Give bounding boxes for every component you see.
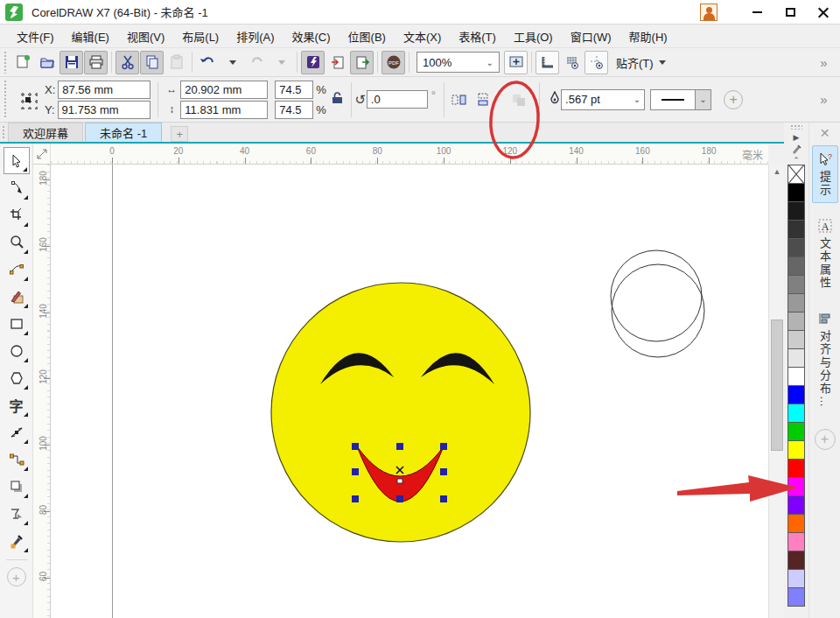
color-swatch-purple[interactable] [788, 495, 805, 515]
outline-width-select[interactable]: .567 pt ⌄ [561, 89, 645, 110]
dimension-tool[interactable] [4, 418, 30, 446]
paste-button[interactable] [164, 51, 188, 74]
color-swatch-20-black[interactable] [788, 330, 805, 349]
docker-close-button[interactable]: ✕ [815, 124, 836, 142]
menu-item-9[interactable]: 工具(O) [506, 25, 561, 48]
minimize-button[interactable] [740, 1, 774, 24]
docker-tab-text-properties[interactable]: A 文本属性 [812, 212, 838, 296]
drawing-canvas[interactable] [51, 165, 768, 618]
x-position-field[interactable]: 87.56 mm [58, 81, 150, 99]
transparency-tool[interactable] [4, 500, 30, 527]
color-swatch-lavender[interactable] [788, 569, 805, 588]
lock-ratio-toggle[interactable] [332, 92, 343, 107]
toolbar-grip[interactable] [4, 51, 8, 74]
tab-welcome-screen[interactable]: 欢迎屏幕 [8, 123, 83, 142]
color-swatch-30-black[interactable] [788, 312, 805, 331]
palette-flyout-button[interactable]: ▶ [794, 131, 800, 143]
color-swatch-white[interactable] [788, 367, 805, 386]
crop-tool[interactable] [4, 201, 30, 228]
color-swatch-no-color[interactable] [788, 165, 805, 184]
fullscreen-preview-button[interactable] [504, 51, 528, 74]
menu-item-4[interactable]: 排列(A) [228, 25, 282, 48]
text-tool[interactable]: 字 [4, 391, 30, 418]
rectangle-tool[interactable] [4, 310, 30, 337]
mirror-vertical-button[interactable] [471, 88, 494, 111]
object-width-field[interactable]: 20.902 mm [180, 81, 268, 99]
menu-item-10[interactable]: 窗口(W) [563, 25, 620, 48]
show-guidelines-toggle[interactable] [584, 51, 608, 74]
publish-pdf-button[interactable]: PDF [382, 51, 405, 74]
color-swatch-70-black[interactable] [788, 238, 805, 257]
color-swatch-60-black[interactable] [788, 256, 805, 276]
ruler-origin-button[interactable] [33, 144, 51, 165]
scale-vertical-field[interactable]: 74.5 [275, 101, 313, 119]
cut-button[interactable] [116, 51, 139, 74]
close-button[interactable] [807, 1, 840, 24]
palette-eyedropper-icon[interactable] [791, 143, 802, 154]
menu-item-6[interactable]: 位图(B) [340, 25, 394, 48]
menu-item-2[interactable]: 视图(V) [119, 25, 172, 48]
color-swatch-black[interactable] [788, 183, 805, 202]
print-button[interactable] [84, 51, 108, 74]
add-property-button[interactable]: + [724, 90, 743, 109]
zoom-tool[interactable] [4, 228, 30, 256]
palette-grip[interactable] [790, 124, 802, 130]
vertical-scrollbar[interactable]: ▲ [768, 165, 784, 618]
color-swatch-40-black[interactable] [788, 293, 805, 313]
menu-item-1[interactable]: 编辑(E) [64, 25, 117, 48]
tabbar-grip[interactable] [2, 125, 6, 140]
color-swatch-50-black[interactable] [788, 275, 805, 294]
export-button[interactable] [350, 51, 374, 74]
tab-untitled-1[interactable]: 未命名 -1 [85, 123, 162, 142]
scroll-up-icon[interactable]: ▲ [769, 165, 785, 179]
shape-tool[interactable] [4, 174, 30, 201]
outline-circle-2[interactable] [612, 264, 704, 357]
add-docker-button[interactable]: + [815, 429, 836, 450]
scale-horizontal-field[interactable]: 74.5 [275, 81, 313, 99]
undo-dropdown[interactable] [220, 51, 244, 74]
menu-item-8[interactable]: 表格(T) [451, 25, 504, 48]
drop-shadow-tool[interactable] [4, 473, 30, 500]
save-button[interactable] [60, 51, 83, 74]
search-content-button[interactable] [301, 51, 325, 74]
open-button[interactable] [35, 51, 59, 74]
color-swatch-pink[interactable] [788, 532, 805, 551]
horizontal-ruler[interactable]: 毫米 020406080100120140160180 [51, 144, 768, 165]
color-swatch-80-black[interactable] [788, 220, 805, 239]
smiley-face-circle[interactable] [271, 283, 530, 542]
y-position-field[interactable]: 91.753 mm [58, 101, 150, 119]
color-swatch-periwinkle[interactable] [788, 587, 805, 607]
property-bar-grip[interactable] [4, 80, 8, 119]
new-tab-button[interactable]: + [171, 126, 188, 142]
pick-tool[interactable] [4, 147, 30, 174]
color-swatch-orange[interactable] [788, 514, 805, 533]
maximize-button[interactable] [774, 1, 807, 24]
show-grid-toggle[interactable] [560, 51, 584, 74]
redo-dropdown[interactable] [270, 51, 293, 74]
artistic-media-tool[interactable] [4, 283, 30, 310]
account-icon[interactable] [700, 4, 718, 21]
ellipse-tool[interactable] [4, 337, 30, 364]
combine-button[interactable] [507, 88, 530, 111]
mirror-horizontal-button[interactable] [447, 88, 471, 111]
color-swatch-yellow[interactable] [788, 440, 805, 460]
menu-item-3[interactable]: 布局(L) [174, 25, 227, 48]
line-style-select[interactable]: ⌄ [650, 89, 711, 110]
color-swatch-90-black[interactable] [788, 201, 805, 221]
object-height-field[interactable]: 11.831 mm [180, 101, 268, 119]
docker-tab-hints[interactable]: ? 提示 [812, 145, 838, 203]
show-rulers-toggle[interactable] [536, 51, 559, 74]
property-bar-overflow-button[interactable]: » [811, 88, 835, 111]
copy-button[interactable] [140, 51, 164, 74]
toolbar-overflow-button[interactable]: » [811, 51, 835, 74]
color-swatch-green[interactable] [788, 422, 805, 441]
zoom-level-select[interactable]: 100% ⌄ [416, 52, 500, 73]
freehand-tool[interactable] [4, 256, 30, 283]
menu-item-11[interactable]: 帮助(H) [621, 25, 676, 48]
snap-to-menu-button[interactable]: 贴齐(T) [609, 54, 673, 71]
customize-toolbox-button[interactable]: + [7, 567, 26, 586]
object-origin-selector[interactable] [18, 90, 38, 109]
polygon-tool[interactable] [4, 364, 30, 391]
new-document-button[interactable] [10, 51, 34, 74]
menu-item-0[interactable]: 文件(F) [9, 25, 62, 48]
